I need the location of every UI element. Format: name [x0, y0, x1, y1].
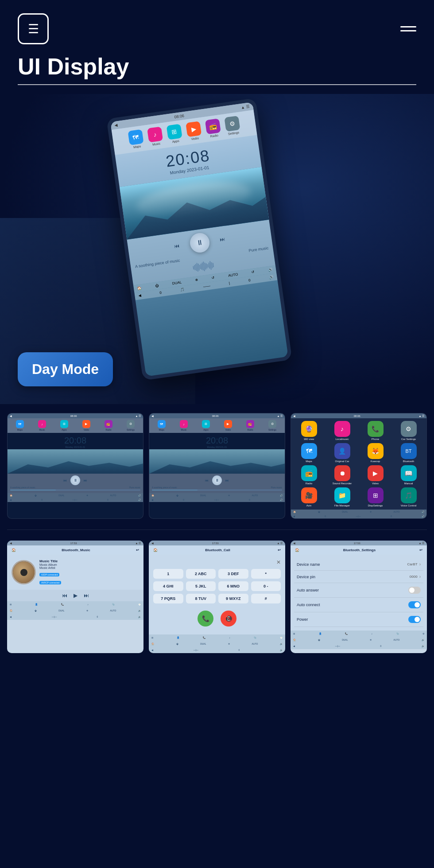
bt-music-back[interactable]: ↩	[136, 548, 139, 552]
nav-apps-label: Apps	[172, 139, 179, 143]
bt-music-artist-text: Music Artist	[39, 566, 139, 569]
bt-music-topbar-time: 17:53	[70, 542, 77, 545]
day-mode-badge: Day Mode	[18, 352, 113, 386]
key-3[interactable]: 3 DEF	[218, 569, 248, 579]
bt-settings-back[interactable]: ↩	[419, 548, 422, 552]
app-maps[interactable]: 🗺 Maps	[294, 443, 324, 463]
device-name-value: CarBT	[407, 562, 418, 566]
mini-play-2[interactable]: ⏸	[212, 475, 222, 485]
bt-music-controls: ⏮ ▶ ⏭	[7, 590, 143, 601]
nav-music[interactable]: ♪ Music	[147, 127, 163, 147]
mini-clock-2: 20:08 Monday 2023-01-01	[149, 433, 285, 449]
nav-radio-label: Radio	[210, 134, 218, 138]
app-360view[interactable]: 🔮 360 view	[294, 421, 324, 440]
app-grid-container: 🔮 360 view ♪ Localmusic 📞 Phone ⚙ Car Se…	[291, 418, 426, 510]
mini-next-1[interactable]: ⏭	[84, 479, 87, 483]
bt-badge-avrcp: AVRCP connected	[39, 581, 61, 584]
nav-maps-label: Maps	[133, 144, 141, 148]
play-pause-button[interactable]: ⏸	[189, 232, 211, 254]
key-6[interactable]: 6 MNO	[218, 581, 248, 591]
nav-music-label: Music	[152, 142, 161, 146]
bt-music-album-text: Music Album	[39, 563, 139, 566]
prev-button[interactable]: ⏮	[170, 239, 184, 253]
grid-section-2: ◀ 17:53 ▲ ☰ 🏠 Bluetooth_Music ↩ Music Ti…	[0, 532, 434, 662]
mini-time-1: 20:08	[8, 436, 143, 446]
nav-maps[interactable]: 🗺 Maps	[128, 129, 144, 149]
bt-settings-bottom-3: ◀—|—0🔊	[291, 643, 427, 649]
bt-music-bottom-3: ◀—|—0🔊	[7, 614, 143, 620]
auto-connect-label: Auto connect	[297, 603, 320, 607]
app-original-car[interactable]: 👤 Original Car	[327, 443, 357, 463]
close-button[interactable]: ✕	[153, 559, 281, 565]
bt-settings-device: ◀ 17:53 ▲ ☰ 🏠 Bluetooth_Settings ↩ Devic…	[291, 541, 427, 653]
bt-settings-bottom-2: 🏠⏻DUAL❄AUTO🔊	[291, 637, 427, 643]
app-avin[interactable]: 🎥 Avin	[294, 487, 324, 507]
app-video[interactable]: ▶ Video	[360, 465, 391, 485]
logo-icon: ☰	[18, 13, 49, 44]
auto-connect-toggle[interactable]	[408, 601, 421, 608]
device-pin-chevron[interactable]: ›	[419, 574, 421, 579]
key-hash[interactable]: #	[251, 594, 281, 603]
app-sound-recorder[interactable]: ⏺ Sound Recorder	[327, 465, 357, 485]
mini-music-label-1: A soothing piece of music	[10, 486, 35, 489]
keypad: 1 2 ABC 3 DEF * 4 GHI 5 JKL 6 MNO 0 - 7 …	[153, 569, 281, 603]
auto-answer-toggle[interactable]	[408, 587, 421, 594]
nav-video[interactable]: ▶ Vedio	[186, 121, 202, 141]
call-reject-button[interactable]: 📵	[221, 611, 236, 627]
mini-bottom-2b: ◀0—|—0🔊	[149, 498, 285, 502]
bt-play-button[interactable]: ▶	[74, 592, 78, 599]
mini-bottom-3: 🏠⏻DUAL❄AUTO🔊	[291, 510, 426, 514]
app-voice-control[interactable]: 🎵 Voice Control	[393, 487, 424, 507]
key-1[interactable]: 1	[153, 569, 183, 579]
mini-bottom-1: 🏠⏻DUAL❄AUTO🔊	[8, 493, 143, 498]
bt-settings-topbar-time: 17:53	[354, 542, 360, 545]
mini-device-3: ◀ 08:06 ▲ ☰ 🔮 360 view ♪ Localmusic 📞 Ph…	[291, 413, 427, 519]
key-2[interactable]: 2 ABC	[186, 569, 216, 579]
mini-landscape-1	[8, 449, 143, 474]
bt-music-device: ◀ 17:53 ▲ ☰ 🏠 Bluetooth_Music ↩ Music Ti…	[7, 541, 143, 653]
key-8[interactable]: 8 TUV	[186, 594, 216, 603]
key-5[interactable]: 5 JKL	[186, 581, 216, 591]
bt-music-header: 🏠 Bluetooth_Music ↩	[7, 545, 143, 555]
mini-next-2[interactable]: ⏭	[225, 479, 229, 483]
app-car-settings[interactable]: ⚙ Car Settings	[393, 421, 424, 440]
nav-apps[interactable]: ⊞ Apps	[167, 124, 183, 144]
app-kuwoop[interactable]: 🦊 Kuwoop	[360, 443, 391, 463]
menu-button[interactable]	[400, 26, 416, 31]
mini-prev-1[interactable]: ⏮	[63, 479, 67, 483]
device-name-chevron[interactable]: ›	[419, 562, 421, 567]
bt-call-bottom-2: 🏠⏻DUAL❄AUTO🔊	[149, 641, 285, 647]
app-phone[interactable]: 📞 Phone	[360, 421, 391, 440]
bt-next-button[interactable]: ⏭	[84, 592, 89, 599]
app-radio[interactable]: 📻 Radio	[294, 465, 324, 485]
mini-landscape-2	[149, 449, 285, 474]
power-toggle[interactable]	[408, 616, 421, 623]
app-disp-settings[interactable]: ⊞ DispSettings	[360, 487, 391, 507]
nav-radio[interactable]: 📻 Radio	[205, 118, 221, 138]
key-7[interactable]: 7 PQRS	[153, 594, 183, 603]
mini-play-1[interactable]: ⏸	[70, 475, 80, 485]
next-button[interactable]: ⏭	[216, 233, 230, 247]
bt-settings-bottom: ⊞👤📞♪📎⚙	[291, 631, 427, 637]
bt-prev-button[interactable]: ⏮	[62, 592, 67, 599]
app-bluetooth[interactable]: BT Bluetooth	[393, 443, 424, 463]
nav-settings[interactable]: ⚙ Settings	[224, 116, 240, 136]
grid-section-1: ◀ 08:06 ▲ ☰ 🗺Maps ♪Music ⊞Apps ▶Vedio 📻R…	[0, 404, 434, 528]
nav-settings-label: Settings	[228, 131, 239, 135]
key-star[interactable]: *	[251, 569, 281, 579]
bt-call-back[interactable]: ↩	[278, 548, 281, 552]
mini-topbar-3: ◀ 08:06 ▲ ☰	[291, 413, 426, 418]
key-4[interactable]: 4 GHI	[153, 581, 183, 591]
app-localmusic[interactable]: ♪ Localmusic	[327, 421, 357, 440]
mini-bottom-1b: ◀0—|—0🔊	[8, 498, 143, 502]
device-pin-label: Device pin	[297, 575, 315, 579]
mini-topbar-1: ◀ 08:06 ▲ ☰	[8, 413, 143, 418]
mini-prev-2[interactable]: ⏮	[205, 479, 209, 483]
app-manual[interactable]: 📖 Manual	[393, 465, 424, 485]
key-0[interactable]: 0 -	[251, 581, 281, 591]
call-accept-button[interactable]: 📞	[198, 611, 213, 627]
bt-call-title: Bluetooth_Call	[205, 548, 230, 552]
app-grid: 🔮 360 view ♪ Localmusic 📞 Phone ⚙ Car Se…	[294, 421, 424, 507]
key-9[interactable]: 9 WXYZ	[218, 594, 248, 603]
app-file-manager[interactable]: 📁 File Manager	[327, 487, 357, 507]
